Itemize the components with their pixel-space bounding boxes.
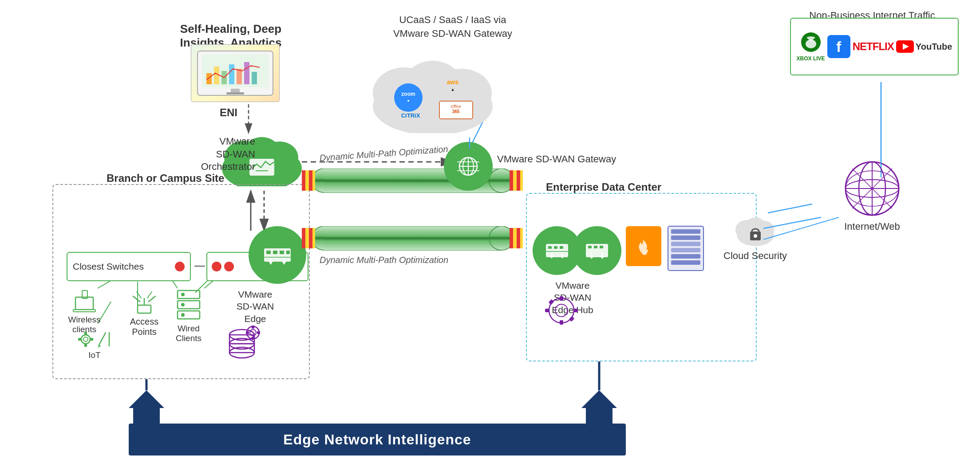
svg-rect-55 (178, 290, 200, 298)
closest-switches-box: Closest Switches (67, 252, 191, 281)
svg-text:zoom: zoom (401, 91, 415, 97)
svg-text:365: 365 (452, 109, 460, 114)
svg-rect-76 (286, 251, 290, 254)
eni-bar-label: Edge Network Intelligence (283, 432, 471, 448)
svg-rect-73 (266, 251, 271, 254)
svg-rect-57 (178, 311, 200, 319)
svg-rect-27 (226, 92, 244, 94)
non-business-brands: XBOX LIVE f NETFLIX YouTube (790, 18, 959, 75)
svg-rect-136 (671, 248, 700, 252)
cable-top-right (510, 170, 523, 192)
svg-rect-98 (517, 170, 520, 191)
wired-clients-group: Wired Clients (171, 288, 206, 343)
svg-marker-80 (269, 261, 273, 265)
svg-text:●: ● (407, 98, 409, 103)
svg-rect-42 (75, 297, 93, 310)
edge-label: VMwareSD-WANEdge (226, 288, 284, 325)
eni-monitor (191, 44, 280, 102)
svg-text:CiTRiX: CiTRiX (401, 112, 420, 119)
svg-rect-94 (309, 170, 312, 191)
svg-rect-143 (545, 309, 549, 312)
svg-rect-20 (214, 67, 219, 84)
svg-marker-127 (600, 256, 605, 259)
access-points-label: Access Points (122, 317, 166, 337)
svg-rect-141 (560, 296, 563, 301)
svg-rect-104 (510, 228, 513, 248)
svg-rect-56 (178, 301, 200, 309)
svg-rect-135 (671, 242, 700, 246)
svg-rect-64 (229, 344, 254, 353)
svg-rect-22 (229, 64, 234, 84)
svg-rect-114 (546, 244, 568, 257)
eni-arrow-right (581, 390, 617, 436)
saas-cloud: zoom ● aws ▲ CiTRiX Office 365 (364, 35, 502, 135)
svg-rect-49 (84, 343, 87, 347)
svg-rect-26 (231, 89, 240, 92)
svg-rect-116 (554, 246, 557, 249)
svg-text:▲: ▲ (450, 87, 455, 92)
closest-switches-label: Closest Switches (73, 261, 144, 272)
youtube-brand: YouTube (896, 40, 952, 53)
svg-rect-62 (229, 335, 254, 344)
svg-marker-126 (589, 256, 594, 259)
svg-rect-74 (273, 251, 277, 254)
svg-rect-101 (305, 228, 309, 248)
firewall-icon (626, 226, 661, 266)
svg-rect-75 (280, 251, 284, 254)
svg-line-13 (768, 204, 812, 213)
svg-point-179 (754, 234, 757, 238)
svg-rect-137 (671, 254, 700, 259)
svg-line-38 (133, 296, 140, 302)
svg-point-47 (83, 337, 88, 342)
facebook-brand: f (827, 35, 850, 58)
svg-rect-99 (520, 170, 523, 191)
svg-rect-144 (573, 309, 578, 312)
svg-point-151 (394, 83, 423, 112)
svg-rect-102 (309, 228, 312, 248)
xbox-brand: XBOX LIVE (797, 31, 825, 62)
svg-text:Office: Office (450, 104, 461, 109)
svg-rect-36 (138, 305, 151, 313)
svg-rect-129 (594, 246, 597, 248)
svg-rect-48 (84, 332, 87, 335)
cable-bottom-right (510, 228, 523, 250)
cable-bottom-left (302, 228, 315, 250)
svg-rect-133 (671, 229, 700, 234)
branch-data-icon (220, 324, 264, 365)
red-dot-1 (175, 262, 185, 271)
svg-rect-43 (73, 310, 95, 312)
svg-rect-97 (513, 170, 517, 191)
svg-rect-117 (560, 246, 563, 249)
edge-hub-circle-2 (573, 226, 621, 275)
svg-rect-107 (520, 228, 523, 248)
iot-label: IoT (66, 350, 123, 360)
access-points-group: Access Points (122, 288, 166, 337)
svg-marker-53 (98, 345, 101, 348)
enterprise-dc-box (526, 193, 757, 361)
svg-rect-138 (671, 260, 700, 265)
svg-rect-100 (302, 228, 305, 248)
svg-rect-130 (600, 246, 603, 248)
server-rack-icon (666, 224, 706, 275)
orchestrator-label: VMwareSD-WANOrchestrator (175, 135, 255, 173)
iot-group: IoT (66, 328, 123, 360)
svg-rect-103 (312, 228, 315, 248)
svg-rect-18 (202, 54, 269, 87)
svg-rect-92 (302, 170, 305, 191)
svg-rect-50 (78, 338, 82, 341)
svg-rect-146 (569, 316, 575, 322)
svg-rect-88 (324, 226, 502, 251)
dc-bottom-icon (541, 293, 581, 330)
svg-rect-106 (517, 228, 520, 248)
svg-rect-71 (257, 331, 260, 334)
red-dot-3 (224, 262, 234, 271)
svg-rect-145 (549, 299, 554, 305)
eni-bar: Edge Network Intelligence (129, 424, 626, 455)
svg-rect-115 (548, 246, 552, 249)
enterprise-dc-label: Enterprise Data Center (546, 181, 661, 193)
svg-text:aws: aws (447, 79, 459, 86)
svg-rect-24 (244, 62, 249, 84)
internet-globe: Internet/Web (843, 160, 901, 232)
svg-point-59 (181, 303, 185, 306)
wireless-clients-group: Wireless clients (62, 288, 107, 334)
